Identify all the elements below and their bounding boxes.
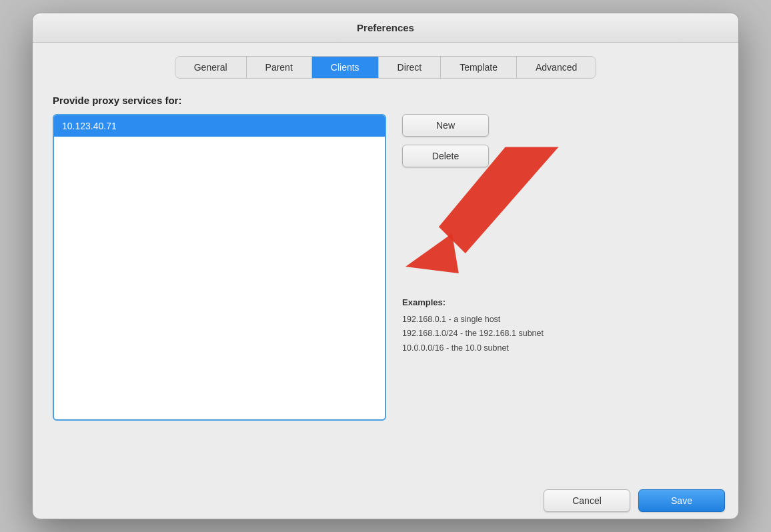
examples-title: Examples: <box>402 295 544 310</box>
window-content: General Parent Clients Direct Template A… <box>33 43 738 479</box>
tab-general[interactable]: General <box>175 57 247 78</box>
cancel-button[interactable]: Cancel <box>544 489 630 512</box>
bottom-bar: Cancel Save <box>33 479 738 519</box>
section-label: Provide proxy services for: <box>53 95 718 106</box>
delete-button[interactable]: Delete <box>402 145 489 167</box>
window-title: Preferences <box>357 22 414 33</box>
preferences-window: Preferences General Parent Clients Direc… <box>32 13 739 519</box>
right-side: New Delete Examples: 192.168.0.1 - a sin… <box>402 114 718 355</box>
list-item[interactable]: 10.123.40.71 <box>54 115 385 137</box>
tab-advanced[interactable]: Advanced <box>517 57 596 78</box>
save-button[interactable]: Save <box>638 489 725 512</box>
tab-clients[interactable]: Clients <box>312 57 379 78</box>
title-bar: Preferences <box>33 13 738 43</box>
tab-direct[interactable]: Direct <box>379 57 442 78</box>
tab-parent[interactable]: Parent <box>247 57 312 78</box>
new-button[interactable]: New <box>402 114 489 137</box>
proxy-list[interactable]: 10.123.40.71 <box>53 114 386 421</box>
example-line-3: 10.0.0.0/16 - the 10.0 subnet <box>402 341 544 355</box>
tab-template[interactable]: Template <box>441 57 517 78</box>
example-line-2: 192.168.1.0/24 - the 192.168.1 subnet <box>402 327 544 341</box>
content-row: 10.123.40.71 New Delete Examples: 192.16… <box>53 114 718 465</box>
tabs-container: General Parent Clients Direct Template A… <box>53 56 718 79</box>
main-area: Provide proxy services for: 10.123.40.71… <box>53 95 718 465</box>
examples-box: Examples: 192.168.0.1 - a single host 19… <box>402 295 544 355</box>
tabs: General Parent Clients Direct Template A… <box>175 56 597 79</box>
example-line-1: 192.168.0.1 - a single host <box>402 313 544 327</box>
